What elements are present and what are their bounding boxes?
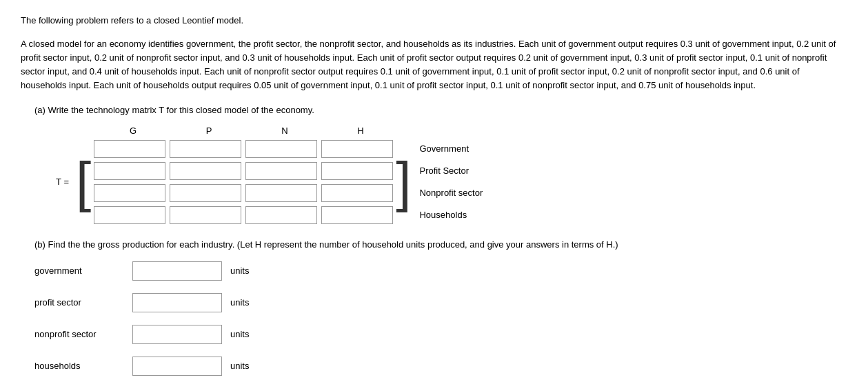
row-label-2: Nonprofit sector <box>419 184 483 202</box>
answer-row-nonprofit: nonprofit sector units <box>34 325 847 344</box>
answer-label-profit: profit sector <box>34 296 124 310</box>
part-b-label: (b) Find the the gross production for ea… <box>34 238 793 252</box>
answer-row-government: government units <box>34 261 847 281</box>
matrix-container: T = [ <box>48 140 847 224</box>
answer-input-households[interactable] <box>132 357 222 376</box>
row-label-0: Government <box>419 140 483 158</box>
answer-row-households: households units <box>34 357 847 376</box>
row-label-3: Households <box>419 206 483 224</box>
bracket-left: [ <box>76 154 91 210</box>
matrix-input-0-2[interactable] <box>245 140 317 158</box>
answer-input-nonprofit[interactable] <box>132 325 222 344</box>
part-b-section: (b) Find the the gross production for ea… <box>34 238 793 252</box>
body-text: A closed model for an economy identifies… <box>21 37 847 93</box>
matrix-grid <box>94 140 393 224</box>
answer-rows-container: government units profit sector units non… <box>34 261 847 376</box>
matrix-input-3-3[interactable] <box>321 206 393 224</box>
matrix-input-3-2[interactable] <box>245 206 317 224</box>
units-label-households: units <box>230 359 249 373</box>
answer-input-government[interactable] <box>132 261 222 281</box>
matrix-input-3-0[interactable] <box>94 206 165 224</box>
matrix-input-1-0[interactable] <box>94 162 165 180</box>
matrix-row-3 <box>94 206 393 224</box>
matrix-row-2 <box>94 184 393 202</box>
answer-label-households: households <box>34 359 124 373</box>
matrix-input-3-1[interactable] <box>170 206 241 224</box>
matrix-input-0-0[interactable] <box>94 140 165 158</box>
matrix-col-headers: G P N H <box>95 124 847 138</box>
answer-input-profit[interactable] <box>132 293 222 312</box>
units-label-profit: units <box>230 296 249 310</box>
answer-label-government: government <box>34 264 124 278</box>
answer-label-nonprofit: nonprofit sector <box>34 328 124 341</box>
intro-text: The following problem refers to a closed… <box>21 14 847 28</box>
matrix-input-1-3[interactable] <box>321 162 393 180</box>
units-label-nonprofit: units <box>230 328 249 341</box>
col-header-n: N <box>247 124 323 138</box>
matrix-input-0-3[interactable] <box>321 140 393 158</box>
matrix-input-1-2[interactable] <box>245 162 317 180</box>
matrix-input-0-1[interactable] <box>170 140 241 158</box>
matrix-row-1 <box>94 162 393 180</box>
col-header-g: G <box>95 124 171 138</box>
matrix-input-2-1[interactable] <box>170 184 241 202</box>
col-header-h: H <box>323 124 398 138</box>
matrix-row-labels: Government Profit Sector Nonprofit secto… <box>419 140 483 224</box>
bracket-right: ] <box>396 154 411 210</box>
matrix-input-1-1[interactable] <box>170 162 241 180</box>
matrix-input-2-2[interactable] <box>245 184 317 202</box>
row-label-1: Profit Sector <box>419 162 483 180</box>
units-label-government: units <box>230 264 249 278</box>
answer-row-profit: profit sector units <box>34 293 847 312</box>
matrix-input-2-3[interactable] <box>321 184 393 202</box>
matrix-row-0 <box>94 140 393 158</box>
part-a-label: (a) Write the technology matrix T for th… <box>34 103 847 117</box>
t-equals-label: T = <box>48 175 69 189</box>
col-header-p: P <box>171 124 247 138</box>
matrix-input-2-0[interactable] <box>94 184 165 202</box>
